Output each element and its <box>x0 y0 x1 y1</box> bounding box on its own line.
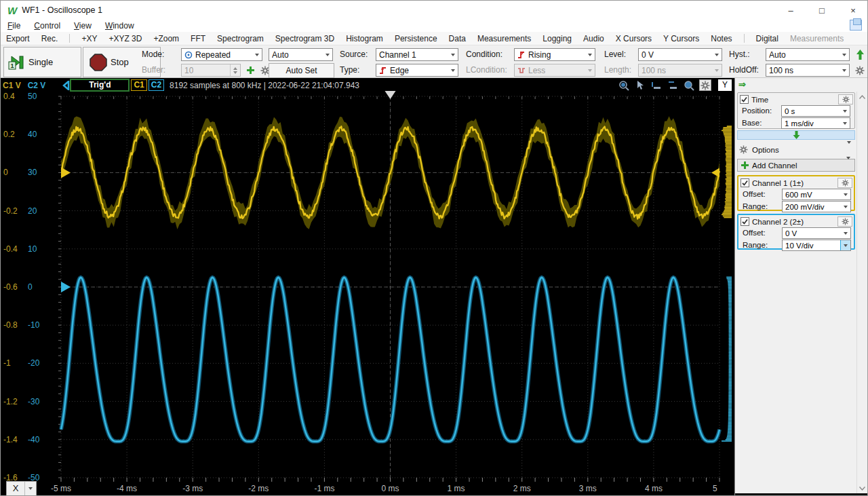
channel1-offset-select[interactable]: 600 mV <box>782 189 851 200</box>
time-title: Time <box>751 96 768 104</box>
single-icon: 1 <box>8 54 26 71</box>
single-button[interactable]: 1 Single <box>3 47 81 77</box>
tab-measurements[interactable]: Measurements <box>477 34 531 43</box>
trigger-gear-icon[interactable] <box>853 64 867 77</box>
panel-bottom-strip <box>735 493 868 496</box>
condition-label: Condition: <box>466 48 502 61</box>
menu-window[interactable]: Window <box>105 21 134 31</box>
chevron-down-icon <box>711 49 722 60</box>
chevron-down-icon <box>448 64 458 76</box>
chevron-down-icon <box>24 482 36 495</box>
tab-separator <box>69 34 70 43</box>
chevron-down-icon <box>841 228 850 238</box>
source-label: Source: <box>340 48 368 61</box>
channel1-gear-icon[interactable] <box>837 178 852 188</box>
chevron-down-icon <box>585 64 595 76</box>
base-label: Base: <box>742 119 762 127</box>
source-select[interactable]: Channel 1 <box>376 48 458 61</box>
tab-rec[interactable]: Rec. <box>41 34 58 43</box>
add-channel-button[interactable]: Add Channel <box>737 159 855 172</box>
chevron-down-icon <box>839 64 849 76</box>
mode-select[interactable]: Repeated <box>181 48 262 61</box>
tab-histogram[interactable]: Histogram <box>346 34 383 43</box>
level-select[interactable]: 0 V <box>638 48 722 61</box>
base-select[interactable]: 1 ms/div <box>781 117 850 129</box>
channel1-checkbox[interactable] <box>741 178 749 187</box>
trigger-level-marker <box>711 168 719 177</box>
spinner-arrows-icon[interactable] <box>230 64 240 76</box>
buffer-spinner[interactable]: 10 <box>181 64 241 77</box>
channel2-checkbox[interactable] <box>741 217 749 226</box>
tab-xy[interactable]: +XY <box>81 34 97 43</box>
tab-zoom[interactable]: +Zoom <box>153 34 179 43</box>
tab-x-cursors[interactable]: X Cursors <box>616 34 652 43</box>
options-row[interactable]: Options <box>737 143 855 156</box>
tab-data[interactable]: Data <box>449 34 466 43</box>
tab-export[interactable]: Export <box>6 34 30 43</box>
holdoff-select[interactable]: 100 ns <box>766 64 850 77</box>
svg-text:1: 1 <box>10 62 14 69</box>
tab-y-cursors[interactable]: Y Cursors <box>663 34 699 43</box>
trigger-mode-select[interactable]: Auto <box>269 48 333 61</box>
plot-canvas[interactable] <box>1 78 733 496</box>
channel1-range-label: Range: <box>743 202 768 210</box>
tab-logging[interactable]: Logging <box>542 34 572 43</box>
tab-spectrogram-3d[interactable]: Spectrogram 3D <box>275 34 334 43</box>
tab-measurements-2[interactable]: Measurements <box>790 34 844 43</box>
time-expand-bar[interactable] <box>737 130 855 140</box>
channel2-gear-icon[interactable] <box>837 216 852 227</box>
hyst-select[interactable]: Auto <box>766 48 850 61</box>
green-down-arrow-icon <box>793 131 800 139</box>
type-select[interactable]: Edge <box>376 64 458 77</box>
add-channel-label: Add Channel <box>752 161 797 170</box>
window-title: WF1 - Oscilloscope 1 <box>22 5 102 15</box>
tab-persistence[interactable]: Persistence <box>395 34 437 43</box>
tab-digital[interactable]: Digital <box>756 34 778 43</box>
maximize-button[interactable]: □ <box>806 1 837 20</box>
channel1-range-select[interactable]: 200 mV/div <box>782 201 851 212</box>
panel-run-arrow-icon[interactable]: ⇒ <box>738 79 746 90</box>
tab-xyz-3d[interactable]: +XYZ 3D <box>108 34 142 43</box>
c1-offset-marker <box>61 167 71 178</box>
menu-bar: FileControlViewWindow <box>1 20 868 32</box>
length-select[interactable]: 100 ns <box>638 64 722 77</box>
condition-select[interactable]: Rising <box>514 48 595 61</box>
panel-scrollbar[interactable] <box>856 92 867 493</box>
lcondition-select[interactable]: Less <box>514 64 595 77</box>
scroll-down-icon[interactable] <box>857 483 867 493</box>
tab-notes[interactable]: Notes <box>711 34 732 43</box>
menu-control[interactable]: Control <box>34 21 60 31</box>
chevron-down-icon <box>840 118 850 128</box>
minimize-button[interactable]: – <box>775 1 806 20</box>
waveforms-logo-icon: W <box>7 5 17 16</box>
channel2-range-select[interactable]: 10 V/div <box>782 240 851 251</box>
trigger-position-marker <box>385 91 396 99</box>
tab-spectrogram[interactable]: Spectrogram <box>217 34 264 43</box>
trigger-up-arrow-icon[interactable] <box>853 48 867 61</box>
channel2-offset-select[interactable]: 0 V <box>782 227 851 239</box>
level-label: Level: <box>604 48 626 61</box>
add-buffer-icon[interactable] <box>243 64 257 77</box>
options-gear-icon <box>739 145 748 154</box>
rising-edge-icon <box>517 51 526 59</box>
channel1-group: Channel 1 (1±) Offset: 600 mV Range: 200… <box>737 175 855 211</box>
mdi-restore-icon[interactable] <box>850 20 862 31</box>
channel1-offset-label: Offset: <box>743 190 766 198</box>
hyst-label: Hyst.: <box>729 48 750 61</box>
time-gear-icon[interactable] <box>838 94 853 104</box>
auto-set-button[interactable]: Auto Set <box>269 63 334 78</box>
menu-file[interactable]: File <box>7 21 20 31</box>
chevron-down-icon <box>846 159 850 172</box>
chevron-down-icon <box>448 49 458 60</box>
tab-audio[interactable]: Audio <box>583 34 604 43</box>
position-select[interactable]: 0 s <box>781 105 850 117</box>
scroll-up-icon[interactable] <box>857 92 867 102</box>
time-checkbox[interactable] <box>740 95 749 104</box>
x-axis-button[interactable]: X <box>6 481 37 496</box>
tab-fft[interactable]: FFT <box>191 34 205 43</box>
chevron-down-icon <box>847 144 851 156</box>
chevron-down-icon <box>841 202 850 212</box>
waveforms-window: W WF1 - Oscilloscope 1 – □ × FileControl… <box>0 0 868 496</box>
menu-view[interactable]: View <box>74 21 92 31</box>
close-button[interactable]: × <box>837 1 868 20</box>
